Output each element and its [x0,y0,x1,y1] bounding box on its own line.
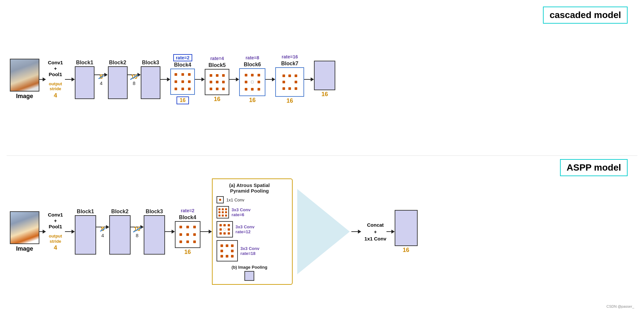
triangle-decoration [297,189,350,274]
bottom-stride-0: 4 [54,244,57,251]
cascaded-section: cascaded model Image Conv1+Pool1 outputs… [7,3,637,156]
top-block1-label: Block1 [76,60,93,66]
aspp-r6-label: 3x3 Convrate=6 [232,207,251,217]
bottom-rate-2-label: rate=2 [181,208,195,213]
aspp-r12-block [217,221,233,238]
aspp-r6-block [217,206,229,218]
image-pooling-rect [244,271,254,281]
bottom-image [10,211,39,244]
aspp-brace [287,178,293,285]
top-stride-col-1: 8 4 [94,73,108,86]
bottom-stride-strikethrough-16: 16 [134,226,140,233]
aspp-1x1-label: 1x1 Conv [226,197,244,202]
aspp-r18-label: 3x3 Convrate=18 [240,246,260,256]
top-stride-col-2: 16 8 [128,73,141,86]
arrow-7 [304,77,314,81]
bottom-block2-label: Block2 [111,209,128,215]
top-final-col: 16 [314,61,335,98]
top-stride-0: 4 [54,92,57,99]
top-conv-label: Conv1+Pool1 [48,60,63,77]
bottom-stride-sub-8: 8 [134,233,140,238]
top-block1-col: Block1 [75,60,94,99]
top-block5-label: Block5 [209,62,226,68]
bottom-conv-label: Conv1+Pool1 [48,212,63,230]
aspp-r12-label: 3x3 Convrate=12 [236,224,255,234]
aspp-section: ASPP model Image Conv1+Pool1 outputstrid… [7,156,637,308]
top-block2-col: Block2 [108,60,127,99]
top-output-stride-label: outputstride [49,81,62,92]
top-block3-rect [141,66,160,99]
bottom-image-col: Image [10,211,39,252]
bottom-block2-col: Block2 [109,209,131,255]
top-final-rect [314,61,335,90]
top-block5-col: rate=4 Block5 16 [205,56,229,103]
top-atrous-4 [170,69,195,95]
bottom-block1-rect [75,215,96,255]
bottom-atrous-4 [175,221,200,248]
arrow-0 [39,77,46,81]
top-image-col: Image [10,59,39,100]
bottom-stride-col-2: 16 8 [131,225,144,238]
b-arrow-0 [39,230,46,234]
bottom-final-col: 16 [395,210,418,254]
top-stride-5: 16 [214,96,220,103]
top-stride-6: 16 [249,97,256,104]
top-stride-strikethrough-16: 16 [131,73,137,80]
bottom-block4-col: rate=2 Block4 16 [175,208,200,256]
b-arrow-concat [386,230,395,234]
top-stride-sub-4: 4 [99,80,103,86]
aspp-r18-block [217,240,238,261]
top-block4-label: Block4 [174,62,191,68]
top-rate-4-label: rate=4 [210,56,224,61]
bottom-stride-4: 16 [184,249,191,256]
watermark: CSDN @passer_ [606,304,634,308]
b-arrow-3 [165,230,175,234]
bottom-block1-col: Block1 [75,209,96,255]
top-conv-col: Conv1+Pool1 outputstride 4 [46,60,65,99]
bottom-final-rect [395,210,418,246]
aspp-row-1x1: 1x1 Conv [217,196,282,203]
top-image [10,59,39,92]
aspp-panel-title: (a) Atrous SpatialPyramid Pooling [217,182,282,194]
bottom-block3-label: Block3 [146,209,163,215]
aspp-1x1-block [217,196,224,203]
top-block4-col: rate=2 Block4 16 [170,54,195,104]
arrow-1 [65,77,75,81]
bottom-stride-col-1: 8 4 [96,225,109,238]
top-block3-col: Block3 [141,60,160,99]
arrow-4 [195,77,205,81]
top-block2-rect [108,66,128,99]
aspp-row-r12: 3x3 Convrate=12 [217,221,282,238]
bottom-block3-col: Block3 [144,209,165,255]
top-block7-label: Block7 [281,61,298,67]
top-block1-rect [75,66,94,99]
bottom-block4-label: Block4 [179,215,196,220]
top-atrous-5 [205,69,229,95]
aspp-panel-container: (a) Atrous SpatialPyramid Pooling 1x1 Co… [212,178,287,285]
bottom-image-label: Image [16,245,33,252]
main-container: cascaded model Image Conv1+Pool1 outputs… [0,0,644,311]
bottom-final-stride: 16 [403,247,409,254]
aspp-row-r18: 3x3 Convrate=18 [217,240,282,261]
bottom-concat-col: Concat+1x1 Conv [364,221,386,242]
top-stride-strikethrough-8: 8 [99,73,103,80]
top-block6-col: rate=8 Block6 16 [239,55,265,104]
top-stride-sub-8: 8 [131,80,137,86]
b-arrow-1 [65,230,75,234]
top-block7-col: rate=16 Block7 16 [275,54,304,104]
cascaded-title: cascaded model [543,7,628,24]
top-image-label: Image [16,93,33,100]
bottom-output-stride-label: outputstride [49,234,62,244]
bottom-conv-col: Conv1+Pool1 outputstride 4 [46,212,65,251]
arrow-3 [160,77,170,81]
top-block6-label: Block6 [244,62,261,68]
aspp-row-r6: 3x3 Convrate=6 [217,206,282,218]
bottom-stride-strikethrough-8: 8 [101,226,104,233]
top-rate-2-label: rate=2 [173,54,192,61]
aspp-panel: (a) Atrous SpatialPyramid Pooling 1x1 Co… [212,178,287,285]
bottom-block2-rect [109,215,131,255]
bottom-stride-sub-4: 4 [101,233,104,238]
arrow-6 [265,77,275,81]
bottom-block3-rect [144,215,165,255]
bottom-concat-label: Concat+1x1 Conv [364,221,386,242]
